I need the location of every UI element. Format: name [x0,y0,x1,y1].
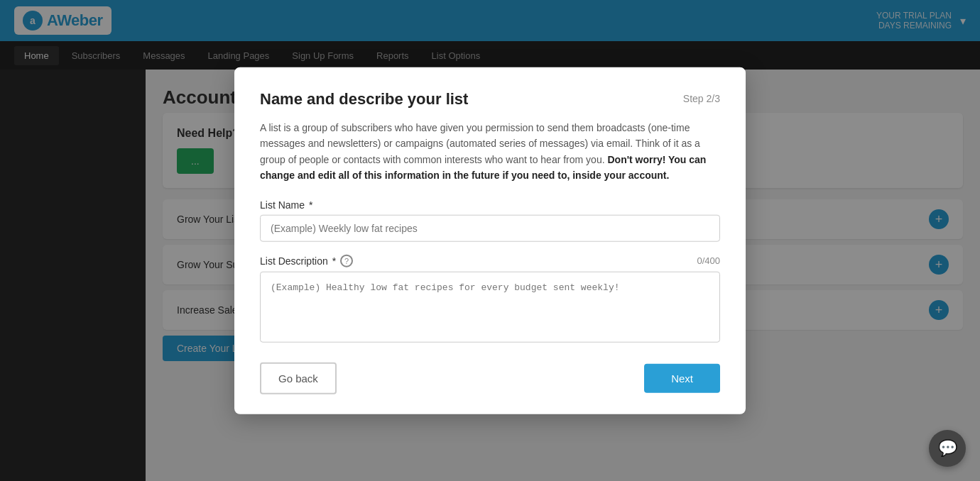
chat-bubble[interactable]: 💬 [929,430,966,467]
modal-step: Step 2/3 [683,93,720,104]
list-name-required: * [309,199,312,210]
go-back-button[interactable]: Go back [260,362,337,394]
list-name-input[interactable] [260,214,720,241]
list-name-label-text: List Name [260,199,305,210]
modal-title: Name and describe your list [260,90,468,109]
list-description-help-icon[interactable]: ? [340,254,353,267]
modal-description: A list is a group of subscribers who hav… [260,120,720,184]
char-count: 0/400 [697,255,720,266]
list-description-label-text: List Description [260,255,328,266]
name-describe-list-modal: Name and describe your list Step 2/3 A l… [234,67,746,414]
list-name-label: List Name * [260,199,720,210]
list-description-required: * [332,255,336,266]
list-description-textarea[interactable] [260,271,720,342]
chat-bubble-icon: 💬 [938,439,957,458]
modal-header: Name and describe your list Step 2/3 [260,90,720,109]
description-label-row: List Description * ? 0/400 [260,254,720,267]
modal-footer: Go back Next [260,362,720,394]
list-description-label: List Description * ? [260,254,353,267]
next-button[interactable]: Next [644,363,720,392]
